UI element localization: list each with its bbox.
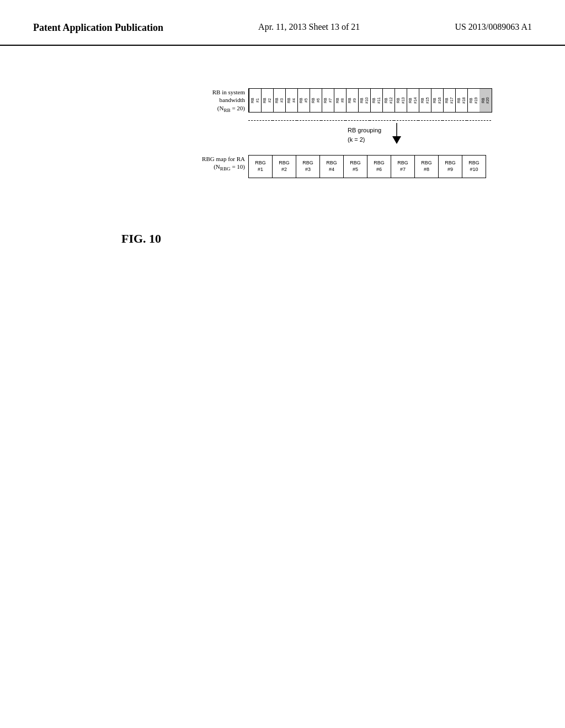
diagram-container: RB in system bandwidth(NRB = 20) RB#1RB#… (188, 88, 541, 178)
fig-label: FIG. 10 (121, 232, 161, 246)
rb-section: RB in system bandwidth(NRB = 20) RB#1RB#… (188, 88, 541, 114)
rbg-cell-4: RBG#4 (319, 155, 344, 178)
rb-cell-14: RB#14 (407, 89, 419, 112)
dashed-segment-3 (297, 120, 321, 121)
rb-cell-1: RB#1 (249, 89, 261, 112)
dashed-segment-10 (467, 120, 491, 121)
rb-cell-17: RB#17 (443, 89, 455, 112)
rbg-label-text: RBG map for RA(NRBG = 10) (202, 156, 245, 170)
rb-grid: RB#1RB#2RB#3RB#4RB#5RB#6RB#7RB#8RB#9RB#1… (248, 88, 492, 113)
rb-cell-11: RB#11 (370, 89, 382, 112)
rbg-cell-9: RBG#9 (438, 155, 462, 178)
header-center: Apr. 11, 2013 Sheet 13 of 21 (258, 22, 360, 32)
rb-cell-15: RB#15 (419, 89, 431, 112)
rb-cell-16: RB#16 (431, 89, 443, 112)
rbg-section: RBG map for RA(NRBG = 10) RBG#1RBG#2RBG#… (188, 155, 541, 178)
rb-label-text: RB in system bandwidth(NRB = 20) (212, 89, 245, 111)
rb-cell-3: RB#3 (273, 89, 285, 112)
rbg-cell-3: RBG#3 (296, 155, 320, 178)
dashed-segment-8 (418, 120, 443, 121)
rb-cell-4: RB#4 (285, 89, 297, 112)
rb-cell-6: RB#6 (310, 89, 322, 112)
dashed-segment-2 (273, 120, 297, 121)
rb-grouping-label: RB grouping (k = 2) (348, 126, 381, 144)
rb-cell-9: RB#9 (346, 89, 358, 112)
rb-cell-8: RB#8 (334, 89, 346, 112)
rb-cell-13: RB#13 (395, 89, 407, 112)
dashed-segment-7 (394, 120, 418, 121)
dashed-segment-9 (443, 120, 467, 121)
rbg-grid: RBG#1RBG#2RBG#3RBG#4RBG#5RBG#6RBG#7RBG#8… (248, 155, 486, 178)
dashed-segment-5 (345, 120, 370, 121)
rbg-cell-10: RBG#10 (462, 155, 486, 178)
rb-cell-7: RB#7 (322, 89, 334, 112)
rbg-cell-2: RBG#2 (272, 155, 296, 178)
rb-cell-5: RB#5 (297, 89, 310, 112)
page-header: Patent Application Publication Apr. 11, … (0, 0, 565, 46)
rb-cell-19: RB#19 (467, 89, 479, 112)
rb-cell-2: RB#2 (261, 89, 273, 112)
dashed-segment-6 (370, 120, 394, 121)
rb-cell-10: RB#10 (358, 89, 370, 112)
header-right: US 2013/0089063 A1 (455, 22, 532, 32)
header-left: Patent Application Publication (33, 22, 163, 34)
rbg-cell-6: RBG#6 (367, 155, 391, 178)
arrow-down-icon (387, 123, 407, 147)
dashed-lines (248, 119, 541, 121)
rb-cell-20: RB#20 (479, 89, 492, 112)
rbg-cell-1: RBG#1 (248, 155, 273, 178)
rb-cell-18: RB#18 (455, 89, 467, 112)
rbg-cell-7: RBG#7 (391, 155, 415, 178)
dashed-segment-4 (321, 120, 345, 121)
rbg-cell-5: RBG#5 (343, 155, 367, 178)
rb-label: RB in system bandwidth(NRB = 20) (188, 88, 248, 114)
rbg-label: RBG map for RA(NRBG = 10) (188, 155, 248, 173)
dashed-segment-1 (248, 120, 273, 121)
rbg-cell-8: RBG#8 (414, 155, 439, 178)
rb-cell-12: RB#12 (382, 89, 395, 112)
svg-marker-1 (392, 136, 401, 144)
